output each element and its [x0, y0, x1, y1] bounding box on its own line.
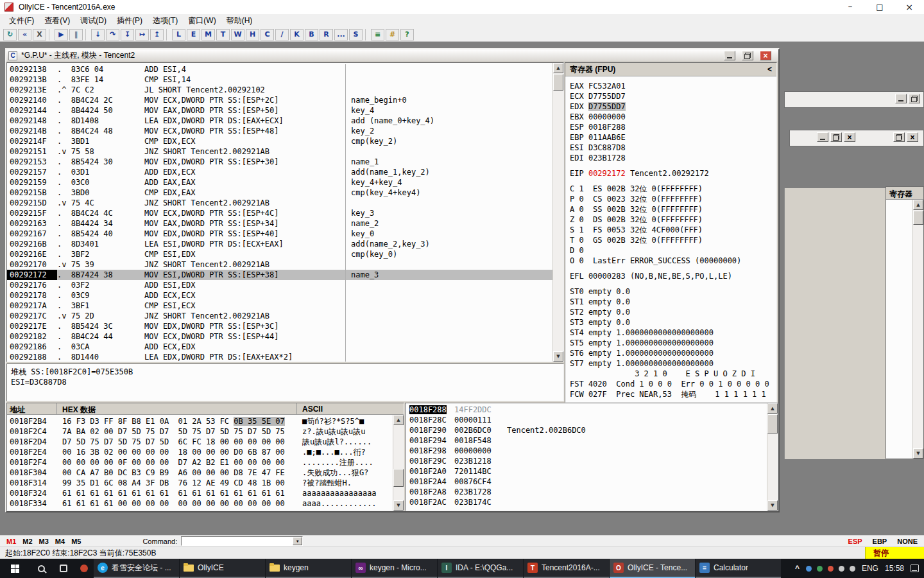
disasm-row[interactable]: 00292182. 8B4C24 44MOV ECX,DWORD PTR SS:…: [7, 331, 563, 342]
info-line-stack[interactable]: 堆栈 SS:[0018F2C0]=075E350B: [11, 367, 560, 377]
disasm-row[interactable]: 00292186. 03CAADD ECX,EDX: [7, 342, 563, 352]
disasm-row[interactable]: 00292167. 8B5424 40MOV EDX,DWORD PTR SS:…: [7, 229, 563, 239]
disasm-row[interactable]: 00292163. 8B4424 34MOV EAX,DWORD PTR SS:…: [7, 218, 563, 229]
run-trace-window-button[interactable]: ...: [334, 29, 348, 40]
register-row[interactable]: ECX D7755DD7: [570, 91, 776, 101]
flag-row[interactable]: O 0 LastErr ERROR_SUCCESS (00000000): [570, 256, 776, 266]
patches-window-button[interactable]: /: [275, 29, 289, 40]
disasm-row[interactable]: 0029217E. 8B5424 3CMOV EDX,DWORD PTR SS:…: [7, 321, 563, 331]
disasm-row[interactable]: 00292138. 83C6 04ADD ESI,4: [7, 64, 563, 74]
scroll-down-icon[interactable]: [393, 500, 404, 511]
tray-chevron-icon[interactable]: ^: [795, 564, 800, 573]
macro-M5[interactable]: M5: [71, 538, 81, 545]
windows-window-button[interactable]: W: [231, 29, 244, 40]
stack-row[interactable]: 0018F2A400876CF4: [406, 477, 778, 487]
disasm-row[interactable]: 0029213B. 83FE 14CMP ESI,14: [7, 74, 563, 85]
taskbar-task-4[interactable]: IIDA - E:\QQGa...: [438, 559, 523, 578]
scroll-thumb[interactable]: [393, 469, 404, 487]
macro-M1[interactable]: M1: [6, 538, 16, 545]
stack-row[interactable]: 0018F29800000000: [406, 446, 778, 456]
animate-over-button[interactable]: ↦: [135, 29, 149, 40]
stack-row[interactable]: 0018F28814FF2DDC: [406, 405, 778, 415]
tray-icon-1[interactable]: [817, 566, 823, 572]
scroll-up-icon[interactable]: [767, 403, 778, 414]
taskbar-task-7[interactable]: =Calculator: [696, 559, 781, 578]
stack-row[interactable]: 0018F2A8023B1728: [406, 487, 778, 497]
st-row[interactable]: ST7 empty 1.0000000000000000000: [570, 358, 776, 369]
stack-row[interactable]: 0018F2A0720114BC: [406, 466, 778, 477]
st-row[interactable]: ST0 empty 0.0: [570, 286, 776, 297]
action-center-icon[interactable]: [911, 565, 919, 572]
executables-window-button[interactable]: E: [187, 29, 200, 40]
disasm-row[interactable]: 0029216E. 3BF2CMP ESI,EDXcmp(key_0): [7, 249, 563, 259]
hexdump-row[interactable]: 0018F30400 CA A7 B0 DC B3 C9 B9 A6 00 00…: [7, 468, 404, 478]
scroll-thumb[interactable]: [767, 414, 778, 434]
step-over-button[interactable]: ↷: [106, 29, 119, 40]
stack-scrollbar[interactable]: [767, 403, 778, 511]
task-view-button[interactable]: [53, 559, 74, 578]
flag-row[interactable]: Z 0 DS 002B 32位 0(FFFFFFFF): [570, 215, 776, 225]
cpu-window-button[interactable]: C: [261, 29, 274, 40]
command-input[interactable]: [181, 536, 303, 546]
st-row[interactable]: ST5 empty 1.0000000000000000000: [570, 338, 776, 348]
restore-icon[interactable]: [742, 51, 753, 60]
menu-item-1[interactable]: 查看(V): [39, 14, 75, 28]
disasm-row[interactable]: 0029214B. 8B4C24 48MOV ECX,DWORD PTR SS:…: [7, 126, 563, 136]
log-window-button[interactable]: L: [172, 29, 185, 40]
stack-row[interactable]: 0018F290002B6DC0Tencent2.002B6DC0: [406, 425, 778, 435]
info-line-esi[interactable]: ESI=D3C887D8: [11, 377, 560, 387]
disasm-row[interactable]: 00292176. 03F2ADD ESI,EDX: [7, 280, 563, 290]
scroll-up-icon[interactable]: [913, 200, 923, 210]
register-row[interactable]: EDI 023B1728: [570, 153, 776, 163]
pinned-app-button[interactable]: [74, 559, 94, 578]
menu-item-0[interactable]: 文件(F): [4, 14, 39, 28]
register-row[interactable]: EBX 00000000: [570, 112, 776, 122]
scroll-down-icon[interactable]: [553, 351, 563, 362]
collapse-icon[interactable]: <: [767, 65, 772, 74]
language-indicator[interactable]: ENG: [862, 564, 878, 573]
minimize-icon[interactable]: [724, 51, 735, 60]
disasm-row[interactable]: 0029216B. 8D3401LEA ESI,DWORD PTR DS:[EC…: [7, 239, 563, 249]
macro-M4[interactable]: M4: [55, 538, 65, 545]
disasm-row[interactable]: 00292144. 8B4424 50MOV EAX,DWORD PTR SS:…: [7, 105, 563, 116]
menu-item-3[interactable]: 插件(P): [112, 14, 148, 28]
close-icon[interactable]: [760, 51, 771, 60]
disasm-row[interactable]: 00292178. 03C9ADD ECX,ECX: [7, 290, 563, 301]
disasm-row[interactable]: 0029215B. 3BD0CMP EDX,EAXcmp(key_4+key4): [7, 188, 563, 198]
help-button[interactable]: ?: [400, 29, 414, 40]
taskbar-task-2[interactable]: keygen: [266, 559, 351, 578]
disasm-row[interactable]: 00292157. 03D1ADD EDX,ECXadd(name_1,key_…: [7, 167, 563, 177]
hexdump-col-hex[interactable]: HEX 数据: [57, 403, 297, 414]
references-window-button[interactable]: R: [320, 29, 333, 40]
restore-icon[interactable]: [893, 132, 905, 142]
register-row-eip[interactable]: EIP 00292172 Tencent2.00292172: [570, 168, 776, 179]
st-row[interactable]: ST1 empty 0.0: [570, 297, 776, 307]
close-icon[interactable]: [894, 0, 924, 14]
taskbar-task-3[interactable]: ∞keygen - Micro...: [352, 559, 437, 578]
flag-row[interactable]: A 0 SS 002B 32位 0(FFFFFFFF): [570, 204, 776, 215]
close-icon[interactable]: [907, 132, 918, 142]
st-row[interactable]: ST3 empty 0.0: [570, 317, 776, 328]
disasm-row[interactable]: 0029214F. 3BD1CMP EDX,ECXcmp(key_2): [7, 136, 563, 146]
source-window-button[interactable]: S: [349, 29, 363, 40]
tray-icon-3[interactable]: [839, 566, 844, 572]
hexdump-row[interactable]: 0018F33461 61 61 61 00 00 00 00 00 00 00…: [7, 498, 404, 509]
handles-window-button[interactable]: H: [246, 29, 259, 40]
step-back-button[interactable]: «: [18, 29, 31, 40]
disasm-row[interactable]: 0029215D.v 75 4CJNZ SHORT Tencent2.00292…: [7, 198, 563, 208]
scroll-down-icon[interactable]: [913, 448, 923, 459]
disasm-row[interactable]: 00292151.v 75 58JNZ SHORT Tencent2.00292…: [7, 146, 563, 157]
minimize-icon[interactable]: [895, 94, 907, 103]
disasm-row[interactable]: 00292188. 8D1440LEA EDX,DWORD PTR DS:[EA…: [7, 352, 563, 362]
disasm-row[interactable]: 00292159. 03C0ADD EAX,EAXkey_4+key_4: [7, 177, 563, 188]
restart-button[interactable]: ↻: [3, 29, 17, 40]
scroll-up-icon[interactable]: [553, 63, 563, 73]
hexdump-col-address[interactable]: 地址: [7, 403, 57, 414]
run-button[interactable]: ▶: [55, 29, 68, 40]
tray-icon-2[interactable]: [828, 566, 834, 572]
threads-window-button[interactable]: T: [216, 29, 230, 40]
close-process-button[interactable]: X: [33, 29, 46, 40]
register-row[interactable]: EBP 011AAB6E: [570, 132, 776, 143]
flag-row[interactable]: C 1 ES 002B 32位 0(FFFFFFFF): [570, 184, 776, 194]
disasm-row[interactable]: 0029217C.v 75 2DJNZ SHORT Tencent2.00292…: [7, 311, 563, 321]
